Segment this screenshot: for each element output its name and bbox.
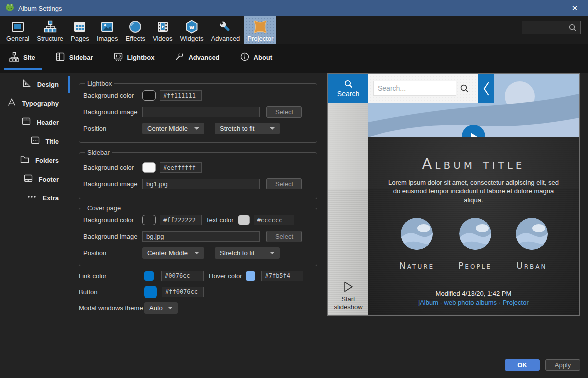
title-icon [30,135,40,147]
toolbar-item-structure[interactable]: Structure [34,16,66,44]
lightbox-bg-image-label: Background image [83,108,142,116]
link-color-swatch[interactable] [144,271,154,281]
chevron-down-icon [270,127,275,130]
play-outline-icon [342,280,354,293]
cover-position-label: Position [83,249,142,257]
info-icon [240,52,250,64]
start-slideshow-button[interactable]: Start slideshow [328,280,368,311]
lightbox-code-icon [113,52,123,64]
toolbar-item-widgets[interactable]: w Widgets [177,16,207,44]
nav-item-title[interactable]: Title [0,132,70,151]
toolbar-item-projector[interactable]: Projector [244,16,276,44]
lightbox-bg-image-select-button[interactable]: Select [266,106,302,118]
window-title: Album Settings [18,5,62,12]
cover-bg-color-swatch[interactable] [142,215,156,225]
lightbox-section: Lightbox Background color Background ima… [79,80,317,143]
folder-thumb-urban[interactable]: Urban [516,218,548,271]
cover-scale-dropdown[interactable]: Stretch to fit [215,247,280,259]
tab-advanced[interactable]: Advanced [169,44,228,73]
button-color-label: Button [79,288,144,296]
tab-sidebar[interactable]: Sidebar [50,44,102,73]
pages-icon [72,18,87,35]
toolbar-item-videos[interactable]: Videos [150,16,176,44]
images-icon [100,18,115,35]
toolbar-search-box [522,21,581,34]
cover-position-dropdown[interactable]: Center Middle [142,247,204,259]
lightbox-bg-color-swatch[interactable] [142,90,156,101]
toolbar-item-advanced[interactable]: Advanced [208,16,243,44]
projector-skin-icon [252,18,268,35]
modal-theme-dropdown[interactable]: Auto [144,302,178,314]
button-color-swatch[interactable] [144,286,157,298]
sidebar-bg-color-hex-input[interactable] [160,162,202,173]
link-color-hex-input[interactable] [161,271,204,281]
tab-site[interactable]: Site [4,44,44,73]
preview-search-input[interactable] [373,81,456,96]
cover-text-color-hex-input[interactable] [254,215,294,225]
folder-thumb-people[interactable]: People [458,218,492,271]
hover-color-hex-input[interactable] [261,271,303,281]
chevron-left-icon [482,80,490,97]
button-color-hex-input[interactable] [162,287,204,297]
folder-thumb-image [459,218,491,250]
lightbox-bg-color-label: Background color [83,92,142,99]
sidebar-bg-color-swatch[interactable] [142,162,156,173]
toolbar-item-general[interactable]: General [3,16,32,44]
ok-button[interactable]: OK [505,359,540,371]
lightbox-bg-color-hex-input[interactable] [160,90,202,101]
hover-color-swatch[interactable] [246,271,255,281]
lightbox-position-dropdown[interactable]: Center Middle [142,123,204,134]
preview-topbar [368,74,478,103]
cover-bg-image-select-button[interactable]: Select [266,231,302,242]
sidebar-bg-image-select-button[interactable]: Select [266,178,302,189]
album-title: Album title [368,155,579,172]
search-icon [344,79,353,89]
design-settings-panel: Lightbox Background color Background ima… [70,73,327,378]
chevron-down-icon [168,307,173,309]
wrench-outline-icon [174,52,184,64]
structure-icon [43,18,58,35]
cover-bg-color-label: Background color [83,216,142,224]
apply-button[interactable]: Apply [545,359,580,371]
widgets-icon: w [184,18,199,35]
preview-sidebar: Start slideshow [328,103,368,315]
toolbar-item-effects[interactable]: Effects [123,16,149,44]
chevron-down-icon [270,252,275,254]
sidebar-bg-color-label: Background color [83,164,142,171]
general-icon [10,18,25,35]
wrench-icon [218,18,233,35]
cover-bg-image-input[interactable] [142,231,260,242]
toolbar-item-pages[interactable]: Pages [68,16,92,44]
lightbox-scale-dropdown[interactable]: Stretch to fit [215,123,280,134]
titlebar: Album Settings ✕ [0,0,588,16]
collapse-sidebar-button[interactable] [478,74,494,103]
nav-item-header[interactable]: Header [0,113,70,132]
nav-item-extra[interactable]: Extra [0,189,70,207]
tab-about[interactable]: About [235,44,282,73]
tab-lightbox[interactable]: Lightbox [108,44,164,73]
preview-search-button[interactable]: Search [328,74,368,103]
toolbar-search-input[interactable] [522,24,568,31]
cover-text-color-swatch[interactable] [238,215,250,225]
toolbar-item-images[interactable]: Images [94,16,121,44]
ellipsis-icon [27,192,37,204]
close-button[interactable]: ✕ [565,0,585,16]
cover-page-section: Cover page Background color Text color B… [79,204,317,266]
folder-thumb-nature[interactable]: Nature [399,218,434,271]
cover-bg-color-hex-input[interactable] [160,215,202,225]
cover-bg-image-label: Background image [83,233,142,240]
nav-item-design[interactable]: Design [0,75,70,94]
nav-item-typography[interactable]: Typography [0,94,70,113]
sidebar-panel-icon [55,52,65,64]
sidebar-bg-image-input[interactable] [142,179,260,189]
main-toolbar: General Structure Pages Images Effects V… [0,16,588,44]
nav-item-footer[interactable]: Footer [0,170,70,189]
jalbum-link[interactable]: jAlbum - web photo albums [418,299,497,306]
settings-nav: Design Typography Header Title Folders F… [0,73,70,378]
lightbox-bg-image-input[interactable] [142,107,260,117]
cover-page-section-legend: Cover page [85,204,123,212]
projector-skin-link[interactable]: Projector [503,299,529,306]
nav-item-folders[interactable]: Folders [0,151,70,170]
lightbox-position-label: Position [83,125,142,132]
preview-footer: Modified 4/13/20, 1:42 PM jAlbum - web p… [368,290,579,306]
